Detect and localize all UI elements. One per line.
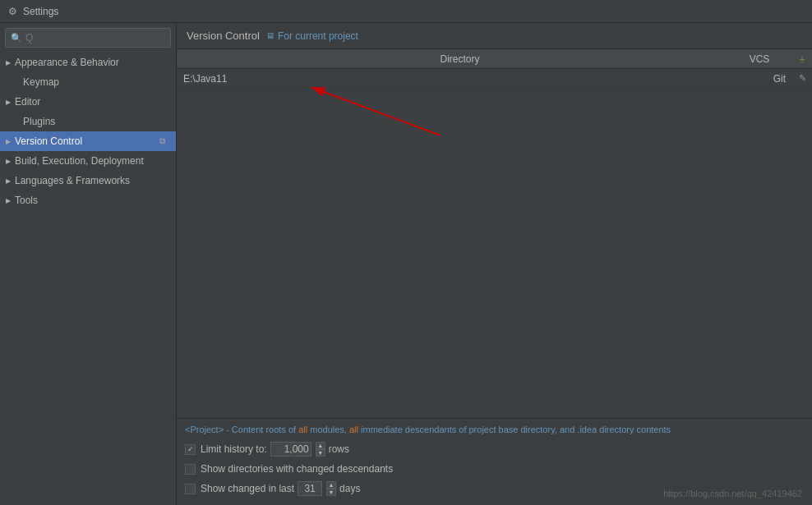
svg-line-1 [311, 87, 441, 135]
limit-history-spinner: ▲ ▼ [316, 442, 325, 457]
table-header: Directory VCS + [177, 49, 812, 69]
show-changed-label: Show directories with changed descendant… [201, 463, 393, 475]
limit-history-label: Limit history to: [201, 443, 267, 455]
show-changed-last-suffix: days [339, 483, 360, 494]
sidebar-item-label: Keymap [23, 76, 59, 88]
content-title: Version Control [187, 30, 260, 42]
show-changed-last-input[interactable] [298, 481, 322, 496]
sidebar-item-editor[interactable]: ▶ Editor [0, 92, 176, 112]
show-changed-last-label: Show changed in last [201, 483, 294, 494]
show-changed-last-checkbox-wrap: Show changed in last [185, 483, 294, 494]
project-note-all2: all [349, 425, 358, 434]
sidebar: 🔍 ▶ Appearance & Behavior Keymap ▶ Edito… [0, 23, 177, 505]
sidebar-item-label: Plugins [23, 116, 55, 127]
chevron-right-icon: ▶ [3, 97, 13, 107]
table-row[interactable]: E:\Java11 Git ✎ [177, 69, 812, 89]
limit-history-rows-label: rows [329, 443, 349, 455]
project-note: <Project> - Content roots of all modules… [185, 424, 804, 436]
chevron-right-icon: ▶ [3, 176, 13, 186]
project-note-text2: modules, [307, 425, 349, 434]
footer-watermark: https://blog.csdn.net/qq_42419462 [663, 489, 802, 498]
table-cell-directory: E:\Java11 [177, 73, 727, 85]
sidebar-item-label: Appearance & Behavior [15, 57, 119, 68]
sidebar-item-label: Tools [15, 195, 38, 206]
spinner-day-down-button[interactable]: ▼ [326, 489, 336, 496]
main-container: 🔍 ▶ Appearance & Behavior Keymap ▶ Edito… [0, 23, 812, 505]
table-cell-vcs: Git [727, 73, 792, 85]
show-changed-last-input-wrap: ▲ ▼ [294, 481, 336, 496]
content-subtitle-text: For current project [278, 30, 358, 42]
titlebar: ⚙ Settings [0, 0, 812, 23]
chevron-right-icon: ▶ [3, 195, 13, 205]
project-note-text4: directory contents [597, 425, 671, 434]
content-header: Version Control 🖥 For current project [177, 23, 812, 49]
search-box[interactable]: 🔍 [5, 28, 171, 48]
content-area: Version Control 🖥 For current project Di… [177, 23, 812, 505]
limit-history-input[interactable] [270, 442, 311, 457]
sidebar-item-tools[interactable]: ▶ Tools [0, 191, 176, 210]
limit-history-checkbox-wrap: Limit history to: [185, 443, 267, 455]
sidebar-item-appearance-behavior[interactable]: ▶ Appearance & Behavior [0, 53, 176, 72]
sidebar-item-label: Build, Execution, Deployment [15, 155, 144, 167]
chevron-down-icon: ▶ [3, 136, 13, 146]
table-body: E:\Java11 Git ✎ [177, 69, 812, 418]
limit-history-checkbox[interactable] [185, 444, 196, 455]
sidebar-item-build-execution-deployment[interactable]: ▶ Build, Execution, Deployment [0, 151, 176, 171]
table-container: Directory VCS + E:\Java11 Git ✎ [177, 49, 812, 505]
spinner-down-button[interactable]: ▼ [316, 449, 325, 457]
sidebar-item-languages-frameworks[interactable]: ▶ Languages & Frameworks [0, 171, 176, 191]
add-vcs-button[interactable]: + [792, 53, 812, 66]
show-changed-last-spinner: ▲ ▼ [326, 481, 336, 496]
limit-history-input-wrap: ▲ ▼ [267, 442, 325, 457]
project-note-text: <Project> - Content roots of [185, 425, 298, 434]
chevron-right-icon: ▶ [3, 156, 13, 166]
column-header-vcs: VCS [727, 53, 792, 65]
sidebar-item-label: Version Control [15, 135, 82, 147]
project-note-all1: all [298, 425, 307, 434]
settings-icon: ⚙ [7, 6, 18, 17]
show-changed-checkbox[interactable] [185, 464, 196, 475]
sidebar-item-label: Languages & Frameworks [15, 175, 130, 186]
spinner-up-button[interactable]: ▲ [316, 442, 325, 449]
project-note-idea: .idea [577, 425, 597, 434]
show-changed-checkbox-wrap: Show directories with changed descendant… [185, 463, 393, 475]
monitor-icon: 🖥 [266, 31, 275, 40]
sidebar-item-plugins[interactable]: Plugins [0, 112, 176, 131]
show-changed-row: Show directories with changed descendant… [185, 461, 804, 477]
annotation-arrow [177, 69, 812, 418]
content-subtitle: 🖥 For current project [266, 30, 358, 42]
copy-icon: ⧉ [156, 135, 168, 147]
window-title: Settings [23, 6, 58, 17]
search-icon: 🔍 [11, 33, 22, 44]
sidebar-item-keymap[interactable]: Keymap [0, 72, 176, 92]
spinner-day-up-button[interactable]: ▲ [326, 481, 336, 489]
project-note-text3: immediate descendants of project base di… [358, 425, 577, 434]
search-input[interactable] [25, 32, 165, 44]
sidebar-item-label: Editor [15, 96, 40, 108]
edit-row-button[interactable]: ✎ [792, 73, 812, 84]
column-header-directory: Directory [177, 53, 727, 65]
limit-history-row: Limit history to: ▲ ▼ rows [185, 441, 804, 457]
sidebar-item-version-control[interactable]: ▶ Version Control ⧉ [0, 131, 176, 151]
chevron-right-icon: ▶ [3, 57, 13, 67]
sidebar-nav: ▶ Appearance & Behavior Keymap ▶ Editor … [0, 51, 176, 505]
show-changed-last-checkbox[interactable] [185, 484, 196, 494]
